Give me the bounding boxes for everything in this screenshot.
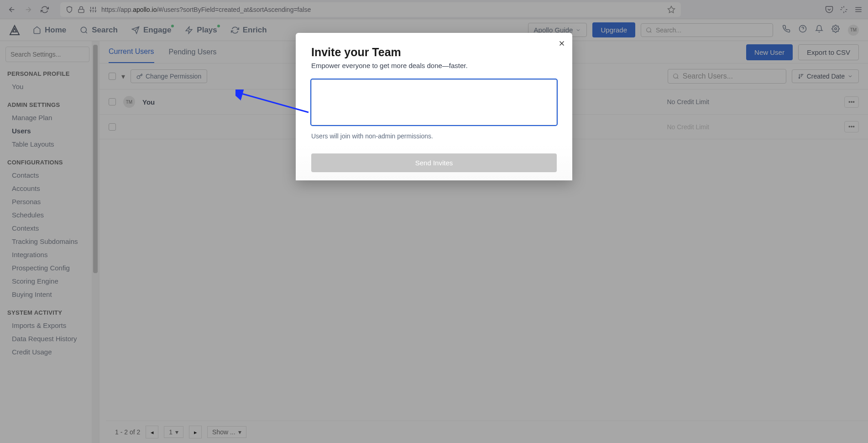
close-icon: [558, 39, 566, 47]
modal-title: Invite your Team: [311, 46, 557, 59]
svg-line-29: [240, 93, 309, 112]
modal-subtitle: Empower everyone to get more deals done—…: [311, 62, 557, 69]
invite-team-modal: Invite your Team Empower everyone to get…: [296, 33, 572, 180]
close-button[interactable]: [558, 39, 566, 47]
annotation-arrow-icon: [235, 90, 313, 117]
permission-note: Users will join with non-admin permissio…: [311, 132, 557, 140]
invite-emails-input[interactable]: [311, 79, 557, 125]
send-invites-button[interactable]: Send Invites: [311, 153, 557, 172]
